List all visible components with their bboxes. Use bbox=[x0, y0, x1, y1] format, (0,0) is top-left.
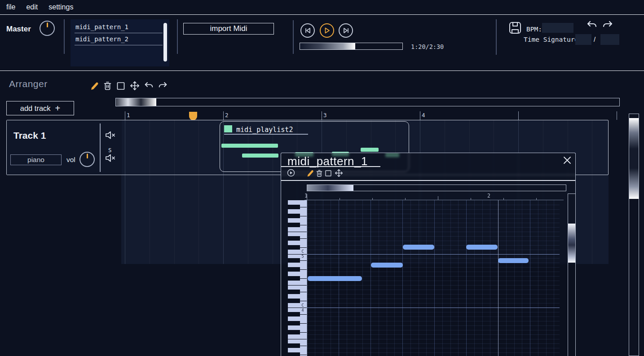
time-signature-slash: / bbox=[594, 35, 595, 43]
key-separator bbox=[300, 301, 307, 301]
white-key[interactable] bbox=[288, 209, 307, 214]
pencil-tool-icon[interactable] bbox=[90, 81, 99, 91]
play-button[interactable] bbox=[320, 23, 334, 38]
white-key[interactable] bbox=[288, 254, 307, 259]
white-key[interactable] bbox=[288, 348, 307, 352]
white-key[interactable] bbox=[288, 316, 307, 321]
key-separator bbox=[300, 225, 307, 225]
grid-line bbox=[419, 200, 419, 356]
white-key[interactable] bbox=[288, 334, 307, 339]
pattern-list-item[interactable]: midi_pattern_1 bbox=[75, 22, 163, 33]
playhead-marker[interactable] bbox=[189, 112, 197, 120]
delete-tool-icon[interactable] bbox=[316, 169, 323, 177]
close-button[interactable] bbox=[563, 156, 572, 165]
bar-tick bbox=[617, 111, 617, 120]
piano-roll-vertical-scrollbar[interactable] bbox=[568, 193, 576, 356]
grid-line bbox=[387, 200, 387, 356]
midi-note[interactable] bbox=[466, 245, 498, 250]
octave-label: C bbox=[300, 249, 306, 254]
bar-number: 2 bbox=[487, 193, 490, 199]
grid-line bbox=[442, 200, 443, 356]
key-separator bbox=[300, 323, 307, 324]
white-key[interactable] bbox=[288, 232, 307, 236]
bpm-input[interactable] bbox=[542, 23, 573, 33]
pencil-tool-icon[interactable] bbox=[306, 169, 314, 177]
bar-number: 4 bbox=[422, 112, 425, 119]
grid-line bbox=[546, 200, 547, 356]
white-key[interactable] bbox=[288, 285, 307, 290]
bar-number: 3 bbox=[323, 112, 327, 119]
white-key[interactable] bbox=[288, 272, 307, 276]
midi-note[interactable] bbox=[403, 245, 434, 250]
piano-keys[interactable]: C5C4 bbox=[288, 200, 307, 356]
skip-back-button[interactable] bbox=[300, 23, 315, 38]
redo-icon[interactable] bbox=[158, 81, 168, 90]
key-separator bbox=[300, 260, 307, 261]
white-key[interactable] bbox=[288, 227, 307, 232]
move-tool-icon[interactable] bbox=[335, 169, 343, 177]
undo-icon[interactable] bbox=[144, 81, 154, 90]
save-icon bbox=[508, 21, 522, 35]
menu-item-edit[interactable]: edit bbox=[26, 3, 38, 11]
white-key[interactable] bbox=[288, 241, 307, 245]
scrollbar-thumb[interactable] bbox=[568, 224, 575, 263]
playback-progress-bar[interactable] bbox=[300, 43, 403, 50]
grid-line bbox=[434, 200, 435, 356]
track-instrument-button[interactable]: piano bbox=[10, 154, 62, 165]
white-key[interactable] bbox=[288, 294, 307, 299]
scrollbar-thumb[interactable] bbox=[116, 98, 156, 106]
pattern-list: midi_pattern_1 midi_pattern_2 bbox=[71, 19, 169, 66]
track-volume-knob[interactable] bbox=[79, 152, 95, 167]
select-tool-icon[interactable] bbox=[116, 81, 125, 91]
import-midi-button[interactable]: import Midi bbox=[183, 23, 274, 35]
midi-note[interactable] bbox=[498, 258, 529, 263]
white-key[interactable] bbox=[288, 339, 307, 343]
select-tool-icon[interactable] bbox=[325, 170, 332, 177]
skip-forward-button[interactable] bbox=[339, 23, 353, 38]
arranger-vertical-scrollbar[interactable] bbox=[629, 114, 639, 356]
grid-line bbox=[514, 200, 515, 356]
piano-roll-ruler[interactable]: 12 bbox=[281, 193, 576, 200]
grid-line bbox=[450, 200, 451, 356]
master-volume-knob[interactable] bbox=[40, 21, 55, 36]
white-key[interactable] bbox=[288, 308, 307, 312]
grid-line bbox=[538, 200, 538, 356]
redo-button[interactable] bbox=[602, 20, 613, 32]
menu-item-settings[interactable]: settings bbox=[49, 3, 73, 11]
midi-note[interactable] bbox=[371, 263, 403, 268]
arranger-horizontal-scrollbar[interactable] bbox=[115, 98, 620, 106]
track-solo-mute-button[interactable] bbox=[105, 154, 116, 164]
key-separator bbox=[300, 314, 307, 315]
key-separator bbox=[300, 278, 307, 279]
white-key[interactable] bbox=[288, 325, 307, 330]
midi-note[interactable] bbox=[308, 276, 362, 281]
save-button[interactable] bbox=[508, 21, 522, 37]
menu-bar: file edit settings bbox=[0, 0, 644, 15]
key-separator bbox=[300, 355, 307, 355]
arranger-title: Arranger bbox=[9, 79, 48, 89]
white-key[interactable] bbox=[288, 218, 307, 223]
track-mute-button[interactable] bbox=[105, 131, 116, 141]
grid-line bbox=[394, 200, 395, 356]
piano-roll-horizontal-scrollbar[interactable] bbox=[307, 185, 566, 191]
move-tool-icon[interactable] bbox=[130, 81, 140, 91]
menu-item-file[interactable]: file bbox=[6, 3, 15, 11]
undo-button[interactable] bbox=[587, 20, 597, 32]
delete-tool-icon[interactable] bbox=[103, 81, 112, 91]
grid-line bbox=[474, 200, 475, 356]
preview-play-icon[interactable] bbox=[287, 169, 295, 177]
bar-number: 1 bbox=[127, 112, 130, 119]
arranger-timeline-ruler[interactable]: 1234 bbox=[0, 111, 644, 120]
white-key[interactable] bbox=[288, 200, 307, 205]
time-signature-numerator-input[interactable] bbox=[575, 34, 591, 45]
white-key[interactable] bbox=[288, 263, 307, 267]
scrollbar-thumb[interactable] bbox=[629, 118, 639, 199]
time-signature-denominator-input[interactable] bbox=[600, 34, 619, 45]
pattern-list-scrollbar[interactable] bbox=[163, 23, 167, 62]
white-key[interactable] bbox=[288, 281, 307, 285]
pattern-list-item[interactable]: midi_pattern_2 bbox=[75, 34, 163, 45]
top-bar: Master midi_pattern_1 midi_pattern_2 imp… bbox=[0, 15, 644, 71]
scrollbar-thumb[interactable] bbox=[307, 185, 353, 191]
master-label: Master bbox=[6, 25, 31, 34]
track-solo-label[interactable]: S bbox=[108, 147, 112, 154]
